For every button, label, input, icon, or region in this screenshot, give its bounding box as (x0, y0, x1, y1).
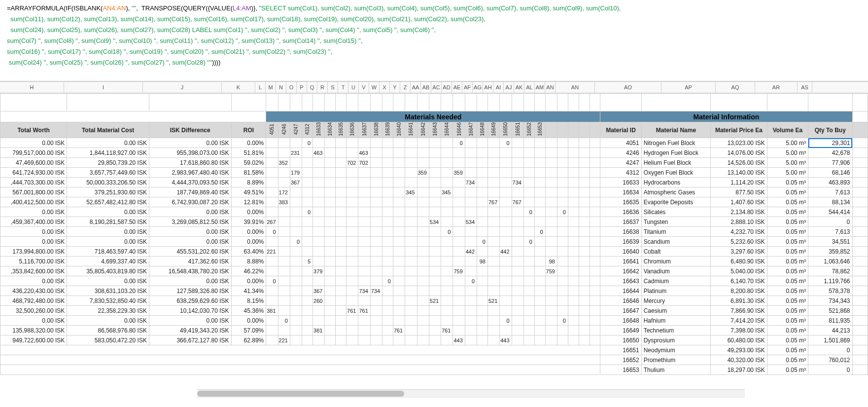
cell[interactable] (465, 266, 477, 276)
cell[interactable]: 359 (453, 168, 465, 178)
cell-roi[interactable]: 51.81% (244, 149, 264, 156)
cell[interactable] (453, 178, 465, 187)
cell-material-id[interactable]: 16648 (623, 317, 639, 324)
cell-volume[interactable]: 0.05 m³ (786, 357, 806, 364)
cell[interactable] (313, 237, 325, 247)
cell-roi[interactable]: 0.00% (247, 209, 264, 216)
cell-material-price[interactable]: 3,297.60 ISK (730, 248, 764, 255)
column-letter[interactable]: T (338, 82, 348, 93)
cell[interactable] (370, 266, 382, 276)
cell-total-mat-cost[interactable]: 0.00 ISK (124, 209, 147, 216)
cell[interactable] (325, 306, 336, 316)
cell[interactable] (405, 138, 417, 148)
cell[interactable] (302, 326, 313, 335)
header-mat-col[interactable] (590, 122, 600, 138)
cell[interactable] (302, 168, 313, 178)
cell[interactable] (568, 237, 579, 247)
cell[interactable]: 0 (266, 276, 278, 286)
cell[interactable] (370, 316, 382, 326)
cell-qty-to-buy[interactable]: 359,852 (829, 248, 850, 255)
cell[interactable] (393, 286, 405, 296)
cell[interactable] (579, 148, 590, 158)
cell[interactable] (405, 257, 417, 266)
cell[interactable] (382, 148, 393, 158)
cell[interactable] (325, 286, 336, 296)
cell[interactable] (590, 257, 600, 266)
cell-isk-diff[interactable]: 10,142,030.70 ISK (180, 307, 229, 314)
cell[interactable] (512, 148, 523, 158)
cell[interactable] (477, 138, 488, 148)
cell-material-id[interactable]: 4247 (626, 159, 639, 166)
cell[interactable] (347, 266, 358, 276)
cell[interactable]: 761 (347, 306, 358, 316)
cell[interactable] (512, 257, 523, 266)
cell-total-mat-cost[interactable]: 379,251,930.60 ISK (95, 189, 147, 196)
cell[interactable] (370, 306, 382, 316)
cell[interactable] (465, 316, 477, 326)
header-roi[interactable]: ROI (231, 122, 266, 138)
cell[interactable] (313, 138, 325, 148)
cell[interactable] (313, 94, 325, 111)
cell[interactable] (512, 237, 523, 247)
cell[interactable] (302, 178, 313, 187)
header-mat-col[interactable]: 4312 (302, 122, 313, 138)
header-volume-ea[interactable]: Volume Ea (767, 122, 808, 138)
cell-qty-to-buy[interactable]: 544,414 (829, 209, 850, 216)
cell[interactable] (393, 296, 405, 306)
cell[interactable] (278, 237, 290, 247)
cell[interactable] (429, 168, 441, 178)
cell[interactable] (568, 296, 579, 306)
cell[interactable] (302, 158, 313, 168)
cell-material-price[interactable]: 40,320.00 ISK (728, 357, 765, 364)
cell[interactable] (852, 197, 868, 207)
cell[interactable] (429, 158, 441, 168)
cell-material-price[interactable]: 14,526.00 ISK (728, 159, 765, 166)
cell[interactable] (325, 266, 336, 276)
cell-isk-diff[interactable]: 0.00 ISK (206, 317, 229, 324)
cell[interactable] (382, 227, 393, 237)
cell[interactable] (278, 247, 290, 257)
cell-total-worth[interactable]: 0.00 ISK (42, 228, 65, 235)
cell-roi[interactable]: 0.00% (247, 238, 264, 245)
cell[interactable] (278, 94, 290, 111)
cell[interactable] (278, 168, 290, 178)
cell[interactable] (266, 286, 278, 296)
cell[interactable] (393, 178, 405, 187)
cell[interactable] (336, 316, 347, 326)
cell-qty-to-buy[interactable]: 29,301 (832, 140, 850, 147)
cell[interactable] (325, 94, 336, 111)
cell-mat-qty[interactable]: 345 (406, 189, 415, 195)
cell[interactable] (441, 197, 453, 207)
cell-material-id[interactable]: 16642 (623, 268, 639, 275)
cell[interactable] (393, 168, 405, 178)
cell[interactable] (393, 316, 405, 326)
cell[interactable] (358, 326, 370, 335)
column-letter[interactable]: AI (493, 82, 504, 93)
cell[interactable] (523, 158, 534, 168)
column-letter[interactable]: AA (411, 82, 421, 93)
cell[interactable] (405, 227, 417, 237)
cell-mat-qty[interactable]: 443 (500, 337, 509, 343)
header-mat-col[interactable]: 4247 (290, 122, 302, 138)
cell-material-id[interactable]: 16652 (623, 357, 639, 364)
cell[interactable]: 0 (453, 138, 465, 148)
cell-mat-qty[interactable]: 521 (488, 298, 497, 304)
cell[interactable]: 0 (441, 227, 453, 237)
cell[interactable] (302, 266, 313, 276)
cell[interactable] (290, 316, 302, 326)
cell[interactable] (405, 148, 417, 158)
cell[interactable] (266, 266, 278, 276)
cell[interactable]: 179 (290, 168, 302, 178)
cell-total-worth[interactable]: ,444,703,300.00 ISK (11, 179, 65, 186)
cell[interactable] (347, 138, 358, 148)
cell[interactable] (405, 247, 417, 257)
cell-roi[interactable]: 46.22% (244, 268, 264, 275)
cell[interactable] (590, 286, 600, 296)
cell[interactable] (313, 227, 325, 237)
cell[interactable] (347, 207, 358, 217)
cell-qty-to-buy[interactable]: 68,146 (832, 169, 850, 176)
cell[interactable] (545, 138, 557, 148)
cell-material-name[interactable]: Silicates (644, 209, 666, 216)
cell[interactable] (266, 168, 278, 178)
cell[interactable] (417, 148, 429, 158)
